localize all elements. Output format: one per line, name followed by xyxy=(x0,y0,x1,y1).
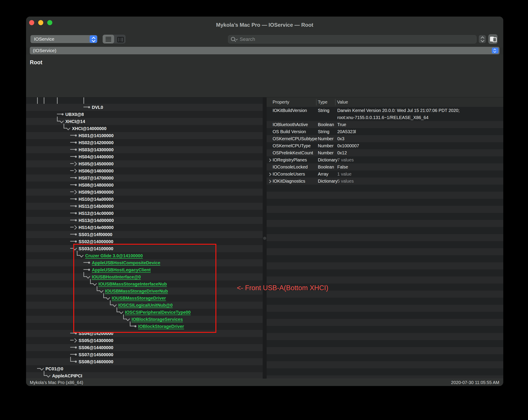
branch-dot-icon xyxy=(75,354,77,356)
tree-row-label[interactable]: AppleACPIPCI xyxy=(52,372,82,379)
tree-row[interactable]: SS07@14500000 xyxy=(26,351,263,358)
empty-table-row xyxy=(267,347,503,354)
column-view-button[interactable] xyxy=(114,35,126,44)
tree-row-label[interactable]: HS09@14900000 xyxy=(79,189,114,196)
inspector-header: Root Class Inheritance: IORegistryEntry … xyxy=(26,54,503,97)
tree-row[interactable]: HS08@14800000 xyxy=(26,182,263,189)
tree-row-label[interactable]: SS05@14300000 xyxy=(79,337,113,344)
table-row[interactable]: IOKitDiagnosticsDictionary5 values xyxy=(267,178,503,185)
search-icon xyxy=(231,37,235,41)
table-row[interactable]: OSKernelCPUTypeNumber0x1000007 xyxy=(267,142,503,149)
column-divider[interactable] xyxy=(335,99,336,105)
splitter-handle-icon[interactable] xyxy=(263,237,266,240)
tree-row-label[interactable]: HS06@14600000 xyxy=(79,167,114,174)
tree-row[interactable]: XHCI@14000000 xyxy=(26,125,263,132)
tree-row-label[interactable]: DVL0 xyxy=(92,104,103,111)
branch-dot-icon xyxy=(75,361,77,363)
value-cell: 0x1000007 xyxy=(337,142,359,149)
tree-row-label[interactable]: HS11@14b00000 xyxy=(79,203,114,210)
empty-table-row xyxy=(267,192,503,199)
tree-row-label[interactable]: HS08@14800000 xyxy=(79,182,114,189)
tree-row[interactable]: SS08@14600000 xyxy=(26,358,263,365)
table-row[interactable]: IORegistryPlanesDictionary7 values xyxy=(267,156,503,163)
property-cell: OSKernelCPUType xyxy=(273,142,311,149)
branch-arrow-icon xyxy=(73,169,77,173)
tree-row[interactable]: UBX0@8 xyxy=(26,111,263,118)
tree-row[interactable]: SS01@14f00000 xyxy=(26,231,263,238)
table-row[interactable]: OS Build VersionString20A5323l xyxy=(267,128,503,135)
disclosure-chevron-icon[interactable] xyxy=(268,180,272,183)
column-header-type[interactable]: Type xyxy=(318,97,327,107)
tree-row-label[interactable]: HS07@14700000 xyxy=(79,174,114,182)
tree-row-label[interactable]: HS14@14e00000 xyxy=(79,224,114,231)
plane-path-label: (IOService) xyxy=(33,47,56,54)
column-header-property[interactable]: Property xyxy=(273,97,289,107)
value-cell: True xyxy=(337,121,346,128)
tree-row[interactable]: XHCI@14 xyxy=(26,118,263,125)
popup-stepper-icon xyxy=(90,35,97,43)
tree-row[interactable]: HS03@14300000 xyxy=(26,146,263,153)
empty-table-row xyxy=(267,375,503,379)
tree-row[interactable]: HS11@14b00000 xyxy=(26,203,263,210)
tree-row[interactable]: HS07@14700000 xyxy=(26,174,263,182)
tree-row[interactable]: HS05@14500000 xyxy=(26,160,263,167)
tree-row[interactable]: HS10@14a00000 xyxy=(26,196,263,203)
tree-row[interactable]: AppleACPIPCI xyxy=(26,372,263,379)
tree-row-label[interactable]: HS10@14a00000 xyxy=(79,196,114,203)
tree-row-label[interactable]: SS06@14400000 xyxy=(79,344,113,351)
tree-row-label[interactable]: UBX0@8 xyxy=(65,111,84,118)
table-row[interactable]: IOConsoleLockedBooleanFalse xyxy=(267,163,503,171)
type-cell: String xyxy=(318,107,329,114)
plane-selector[interactable]: IOService xyxy=(30,35,97,43)
pane-splitter[interactable] xyxy=(263,97,267,379)
column-divider[interactable] xyxy=(316,99,317,105)
table-row[interactable]: OSKernelCPUSubtypeNumber0x3 xyxy=(267,135,503,142)
tree-row-label[interactable]: SS01@14f00000 xyxy=(79,231,112,238)
tree-row[interactable]: HS09@14900000 xyxy=(26,189,263,196)
tree-row[interactable]: DVL0 xyxy=(26,104,263,111)
tree-row-label[interactable]: SS07@14500000 xyxy=(79,351,113,358)
table-row[interactable]: OSPrelinkKextCountNumber0x12 xyxy=(267,149,503,156)
tree-row[interactable]: SS05@14300000 xyxy=(26,337,263,344)
search-field[interactable] xyxy=(228,35,477,44)
table-row[interactable]: IOBluetoothActiveBooleanTrue xyxy=(267,121,503,128)
property-table-header[interactable]: Property Type Value xyxy=(267,97,503,107)
tree-row[interactable]: SS06@14400000 xyxy=(26,344,263,351)
list-view-button[interactable] xyxy=(103,35,114,44)
tree-row-label[interactable]: XHCI@14 xyxy=(65,118,85,125)
tree-row[interactable]: HS04@14400000 xyxy=(26,153,263,160)
tree-row-label[interactable]: HS04@14400000 xyxy=(79,153,114,160)
search-input[interactable] xyxy=(239,35,461,43)
tree-row[interactable]: HS14@14e00000 xyxy=(26,224,263,231)
tree-row[interactable]: HS06@14600000 xyxy=(26,167,263,174)
tree-row-label[interactable]: HS02@14200000 xyxy=(79,139,114,146)
tree-row-label[interactable]: HS03@14300000 xyxy=(79,146,114,153)
tree-row-label[interactable]: PC01@0 xyxy=(46,365,63,372)
tree-row-label[interactable]: SS08@14600000 xyxy=(79,358,113,365)
tree-row[interactable]: HS01@14100000 xyxy=(26,132,263,139)
plane-path-bar[interactable]: (IOService) xyxy=(30,47,500,54)
tree-row-label[interactable]: HS05@14500000 xyxy=(79,160,114,167)
tree-row-label[interactable]: XHCI@14000000 xyxy=(72,125,106,132)
tree-row-label[interactable]: HS13@14d00000 xyxy=(79,217,114,224)
empty-table-row xyxy=(267,368,503,375)
disclosure-chevron-icon[interactable] xyxy=(268,173,272,176)
tree-row-label[interactable]: HS12@14c00000 xyxy=(79,210,114,217)
table-row[interactable]: IOKitBuildVersionStringDarwin Kernel Ver… xyxy=(267,107,503,121)
highlight-box xyxy=(73,244,216,333)
titlebar[interactable]: Mykola’s Mac Pro — IOService — Root xyxy=(26,17,503,33)
plane-path-stepper-icon[interactable] xyxy=(492,48,498,53)
tree-row[interactable]: HS13@14d00000 xyxy=(26,217,263,224)
tree-row[interactable]: PC01@0 xyxy=(26,365,263,372)
empty-table-row xyxy=(267,319,503,326)
disclosure-chevron-icon[interactable] xyxy=(268,159,272,162)
tree-row[interactable]: HS12@14c00000 xyxy=(26,210,263,217)
column-header-value[interactable]: Value xyxy=(337,97,348,107)
sidebar-toggle-button[interactable] xyxy=(488,34,498,44)
toolbar-stepper[interactable] xyxy=(479,35,486,43)
type-cell: Number xyxy=(318,142,334,149)
property-cell: IOConsoleUsers xyxy=(273,171,305,178)
tree-row[interactable]: HS02@14200000 xyxy=(26,139,263,146)
tree-row-label[interactable]: HS01@14100000 xyxy=(79,132,114,139)
table-row[interactable]: IOConsoleUsersArray1 value xyxy=(267,171,503,178)
